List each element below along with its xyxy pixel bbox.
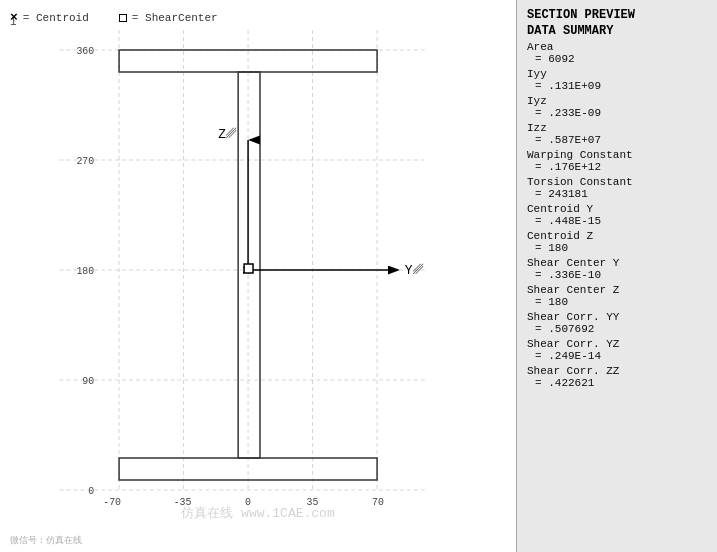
data-rows-container: Area= 6092Iyy= .131E+09Iyz= .233E-09Izz=… bbox=[527, 41, 707, 389]
data-value-0: = 6092 bbox=[527, 53, 707, 65]
svg-text:1: 1 bbox=[10, 16, 17, 28]
data-value-8: = .336E-10 bbox=[527, 269, 707, 281]
data-label-4: Warping Constant bbox=[527, 149, 707, 161]
footer-text: 微信号：仿真在线 bbox=[10, 534, 82, 547]
data-label-3: Izz bbox=[527, 122, 707, 134]
svg-text:0: 0 bbox=[245, 497, 251, 508]
data-value-11: = .249E-14 bbox=[527, 350, 707, 362]
data-label-2: Iyz bbox=[527, 95, 707, 107]
svg-text:360: 360 bbox=[76, 46, 94, 57]
data-label-0: Area bbox=[527, 41, 707, 53]
data-value-1: = .131E+09 bbox=[527, 80, 707, 92]
data-panel: SECTION PREVIEW DATA SUMMARY Area= 6092I… bbox=[517, 0, 717, 552]
section-svg: Y␥ Z␥ × -70 -35 0 35 70 0 90 180 270 360… bbox=[0, 0, 516, 552]
svg-rect-18 bbox=[244, 264, 253, 273]
data-value-4: = .176E+12 bbox=[527, 161, 707, 173]
svg-text:180: 180 bbox=[76, 266, 94, 277]
svg-text:-35: -35 bbox=[174, 497, 192, 508]
data-label-7: Centroid Z bbox=[527, 230, 707, 242]
main-container: × = Centroid = ShearCenter bbox=[0, 0, 717, 552]
svg-text:70: 70 bbox=[372, 497, 384, 508]
svg-text:90: 90 bbox=[82, 376, 94, 387]
data-label-12: Shear Corr. ZZ bbox=[527, 365, 707, 377]
data-value-7: = 180 bbox=[527, 242, 707, 254]
data-value-9: = 180 bbox=[527, 296, 707, 308]
svg-text:Y␥: Y␥ bbox=[405, 263, 424, 278]
svg-text:-70: -70 bbox=[103, 497, 121, 508]
data-value-6: = .448E-15 bbox=[527, 215, 707, 227]
data-value-2: = .233E-09 bbox=[527, 107, 707, 119]
svg-text:270: 270 bbox=[76, 156, 94, 167]
svg-text:35: 35 bbox=[307, 497, 319, 508]
data-value-3: = .587E+07 bbox=[527, 134, 707, 146]
data-label-11: Shear Corr. YZ bbox=[527, 338, 707, 350]
data-value-10: = .507692 bbox=[527, 323, 707, 335]
data-label-8: Shear Center Y bbox=[527, 257, 707, 269]
data-label-5: Torsion Constant bbox=[527, 176, 707, 188]
svg-text:Z␥: Z␥ bbox=[218, 127, 237, 142]
data-value-5: = 243181 bbox=[527, 188, 707, 200]
canvas-area: × = Centroid = ShearCenter bbox=[0, 0, 517, 552]
data-label-1: Iyy bbox=[527, 68, 707, 80]
svg-rect-11 bbox=[119, 458, 377, 480]
data-label-9: Shear Center Z bbox=[527, 284, 707, 296]
data-label-10: Shear Corr. YY bbox=[527, 311, 707, 323]
svg-text:0: 0 bbox=[88, 486, 94, 497]
panel-title-1: SECTION PREVIEW bbox=[527, 8, 707, 22]
panel-title-2: DATA SUMMARY bbox=[527, 24, 707, 38]
data-value-12: = .422621 bbox=[527, 377, 707, 389]
data-label-6: Centroid Y bbox=[527, 203, 707, 215]
